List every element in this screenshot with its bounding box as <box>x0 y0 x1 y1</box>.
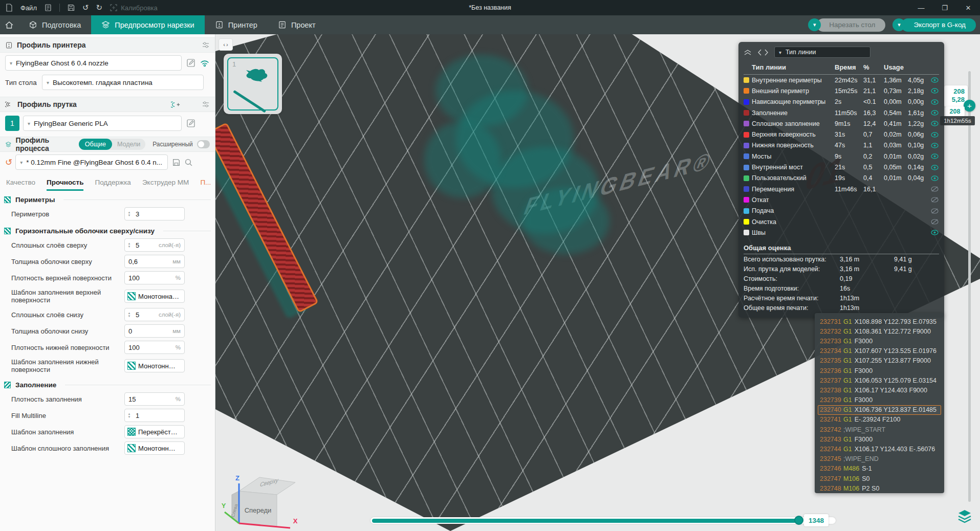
stepper-arrows-icon[interactable]: ▲▼ <box>125 312 132 318</box>
setting-value[interactable]: 0,6 <box>125 258 138 266</box>
eye-visible-icon[interactable] <box>931 230 939 235</box>
setting-input[interactable]: 100% <box>124 271 185 284</box>
eye-visible-icon[interactable] <box>931 121 939 126</box>
setting-value[interactable]: 100 <box>125 274 140 282</box>
gcode-line-selected[interactable]: 232740G1X106.736 Y123.837 E.01485 <box>818 405 941 415</box>
tab-prepare[interactable]: Подготовка <box>18 15 91 34</box>
process-preset-select[interactable]: ▾* 0.12mm Fine @FlyingBear Ghost 6 0.4 n… <box>15 154 168 170</box>
setting-value[interactable]: 15 <box>125 395 136 403</box>
maximize-button[interactable]: ❐ <box>933 0 956 15</box>
file-menu[interactable]: Файл <box>20 4 37 12</box>
gcode-line[interactable]: 232748M106P2 S0 <box>818 483 941 493</box>
eye-hidden-icon[interactable] <box>931 208 939 214</box>
printer-settings-icon[interactable] <box>202 41 210 49</box>
gcode-line[interactable]: 232745;WIPE_END <box>818 454 941 464</box>
gcode-line[interactable]: 232731G1X108.898 Y122.793 E.07935 <box>818 317 941 326</box>
gcode-line[interactable]: 232744G1X106.17 Y124.403 E-.56076 <box>818 444 941 454</box>
eye-visible-icon[interactable] <box>931 110 939 116</box>
gcode-line[interactable]: 232739G1F3000 <box>818 395 941 405</box>
eye-visible-icon[interactable] <box>931 99 939 105</box>
redo-icon[interactable]: ↻ <box>96 3 103 12</box>
stepper-arrows-icon[interactable]: ▲▼ <box>125 211 132 217</box>
move-slider-handle[interactable] <box>794 516 803 525</box>
mode-objects[interactable]: Модели <box>112 141 145 148</box>
gcode-line[interactable]: 232738G1X106.17 Y124.403 F9000 <box>818 385 941 395</box>
setting-value[interactable]: 100 <box>125 344 140 351</box>
eye-visible-icon[interactable] <box>931 132 939 138</box>
calibration-button[interactable]: Калибровка <box>110 4 158 12</box>
stepper-arrows-icon[interactable]: ▲▼ <box>125 412 132 418</box>
setting-stepper[interactable]: ▲▼5слой(-я) <box>124 308 185 321</box>
layer-slider-handle[interactable]: + <box>964 100 975 112</box>
gcode-line[interactable]: 232732G1X108.361 Y122.772 F9000 <box>818 326 941 336</box>
eye-visible-icon[interactable] <box>931 88 939 94</box>
move-slider[interactable] <box>371 517 836 524</box>
gcode-line[interactable]: 232737G1X106.053 Y125.079 E.03154 <box>818 375 941 385</box>
process-tab-1[interactable]: Прочность <box>47 179 83 191</box>
view-cube[interactable]: Спереди Сверху Слева Z Y X <box>220 463 301 531</box>
undo-icon[interactable]: ↺ <box>82 3 89 12</box>
eye-hidden-icon[interactable] <box>931 197 939 203</box>
setting-pattern[interactable]: Монотонн… <box>124 359 185 372</box>
setting-value[interactable]: 3 <box>132 210 139 218</box>
setting-input[interactable]: 0мм <box>124 324 185 338</box>
setting-value[interactable]: 0 <box>125 327 132 335</box>
process-tab-4[interactable]: П... <box>200 179 211 191</box>
eye-visible-icon[interactable] <box>931 165 939 170</box>
gcode-line[interactable]: 232735G1X107.255 Y123.877 F9000 <box>818 356 941 366</box>
edit-filament-icon[interactable] <box>186 119 195 128</box>
setting-stepper[interactable]: ▲▼3 <box>124 207 185 220</box>
setting-value[interactable]: 5 <box>132 241 139 249</box>
minimize-button[interactable]: — <box>909 0 933 15</box>
process-tab-3[interactable]: Экструдер ММ <box>142 179 189 191</box>
line-type-select[interactable]: ▾Тип линии <box>774 47 870 58</box>
setting-stepper[interactable]: ▲▼1 <box>124 409 185 422</box>
sidebar-collapse-button[interactable]: ‹› <box>219 38 233 51</box>
setting-value[interactable]: 1 <box>132 412 139 419</box>
advanced-toggle[interactable] <box>197 140 210 148</box>
plate-thumbnail[interactable]: 1 <box>224 54 282 114</box>
edit-printer-icon[interactable] <box>186 58 195 68</box>
mode-global[interactable]: Общие <box>79 139 112 150</box>
save-icon[interactable] <box>67 4 75 12</box>
slice-plate-button[interactable]: Нарезать стол <box>817 18 885 32</box>
bed-type-select[interactable]: ▾Высокотемп. гладкая пластина <box>42 75 204 90</box>
notes-icon[interactable] <box>44 4 52 12</box>
reset-preset-icon[interactable]: ↺ <box>5 157 12 168</box>
save-preset-icon[interactable] <box>172 158 181 167</box>
home-button[interactable] <box>0 15 18 34</box>
setting-value[interactable]: 5 <box>132 311 139 319</box>
filament-slot-badge[interactable]: 1 <box>5 116 19 131</box>
eye-hidden-icon[interactable] <box>931 219 939 225</box>
setting-stepper[interactable]: ▲▼5слой(-я) <box>124 238 185 252</box>
tab-preview[interactable]: Предпросмотр нарезки <box>91 15 204 34</box>
setting-input[interactable]: 100% <box>124 341 185 354</box>
eye-visible-icon[interactable] <box>931 153 939 159</box>
gcode-line[interactable]: 232733G1F3000 <box>818 336 941 346</box>
gcode-line[interactable]: 232741G1E-.23924 F2100 <box>818 415 941 425</box>
close-button[interactable]: ✕ <box>956 0 980 15</box>
gcode-line[interactable]: 232734G1X107.607 Y123.525 E.01976 <box>818 346 941 356</box>
gcode-line[interactable]: 232746M486S-1 <box>818 464 941 474</box>
wifi-icon[interactable] <box>200 58 210 68</box>
gcode-line[interactable]: 232743G1F3000 <box>818 434 941 444</box>
setting-pattern[interactable]: Монотонна… <box>124 290 185 303</box>
setting-pattern[interactable]: Перекрёст… <box>124 425 185 438</box>
search-icon[interactable] <box>184 158 193 167</box>
file-icon[interactable] <box>5 4 13 12</box>
process-tab-2[interactable]: Поддержка <box>95 179 130 191</box>
gcode-line[interactable]: 232736G1F3000 <box>818 366 941 375</box>
gcode-view-icon[interactable] <box>758 49 768 56</box>
layers-fab-button[interactable] <box>955 506 974 526</box>
eye-visible-icon[interactable] <box>931 175 939 181</box>
filament-settings-icon[interactable] <box>202 100 210 108</box>
process-tab-0[interactable]: Качество <box>6 179 35 191</box>
setting-input[interactable]: 0,6мм <box>124 255 185 268</box>
collapse-panel-icon[interactable] <box>744 49 752 56</box>
setting-pattern[interactable]: Монотонн… <box>124 441 185 455</box>
filament-select[interactable]: ▾FlyingBear Generic PLA <box>23 116 182 131</box>
tab-project[interactable]: Проект <box>268 15 326 34</box>
eye-visible-icon[interactable] <box>931 143 939 148</box>
gcode-line[interactable]: 232747M106S0 <box>818 474 941 483</box>
eye-visible-icon[interactable] <box>931 77 939 83</box>
